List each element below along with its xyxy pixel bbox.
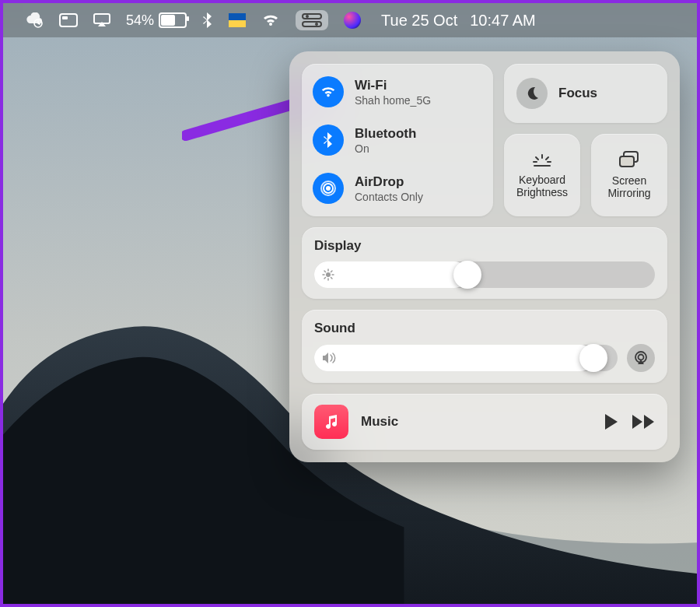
svg-rect-3 [62, 16, 68, 19]
moon-icon [516, 78, 548, 109]
weather-sync-icon[interactable] [25, 12, 44, 28]
screen-mirroring-label: Screen Mirroring [607, 174, 650, 199]
airdrop-label: AirDrop [355, 174, 423, 190]
control-center-panel: Wi-Fi Shah home_5G Bluetooth On [289, 51, 680, 462]
play-button[interactable] [604, 413, 619, 430]
volume-icon [322, 352, 338, 364]
bluetooth-icon [313, 125, 344, 156]
sound-output-button[interactable] [627, 344, 655, 372]
battery-icon [159, 12, 187, 28]
svg-rect-15 [620, 156, 634, 167]
wifi-icon [313, 76, 344, 107]
sound-tile: Sound [302, 310, 667, 383]
battery-status[interactable]: 54% [126, 12, 187, 29]
svg-rect-6 [229, 20, 246, 27]
now-playing-tile[interactable]: Music [302, 394, 667, 450]
svg-rect-5 [229, 13, 246, 20]
svg-point-18 [639, 355, 644, 360]
display-label: Display [314, 238, 655, 254]
menu-bar: 54% Tue 25 Oct 10:47 AM [3, 3, 697, 37]
svg-rect-2 [60, 14, 77, 26]
sound-volume-slider[interactable] [314, 345, 618, 371]
svg-point-16 [326, 272, 331, 277]
keyboard-brightness-label: Keyboard Brightness [516, 174, 568, 198]
keyboard-brightness-icon [530, 152, 554, 167]
airdrop-status: Contacts Only [355, 191, 423, 203]
music-label: Music [361, 414, 398, 430]
control-center-menu-icon[interactable] [296, 10, 328, 30]
sound-label: Sound [314, 321, 655, 336]
focus-toggle[interactable]: Focus [504, 64, 667, 123]
wifi-menu-icon[interactable] [261, 13, 280, 27]
menubar-date[interactable]: Tue 25 Oct [381, 12, 457, 30]
brightness-low-icon [322, 268, 334, 281]
wifi-label: Wi-Fi [355, 78, 431, 93]
display-tile: Display [302, 227, 667, 299]
app-window-icon[interactable] [59, 13, 78, 27]
siri-icon[interactable] [344, 12, 361, 29]
airdrop-toggle[interactable]: AirDrop Contacts Only [313, 173, 482, 204]
bluetooth-label: Bluetooth [355, 126, 416, 142]
airdrop-icon [313, 173, 344, 204]
menubar-time[interactable]: 10:47 AM [470, 12, 536, 30]
svg-point-8 [306, 15, 309, 18]
svg-rect-7 [303, 14, 321, 19]
svg-point-11 [326, 186, 331, 191]
focus-label: Focus [558, 86, 597, 101]
svg-point-10 [315, 23, 318, 26]
fast-forward-button[interactable] [632, 414, 655, 430]
bluetooth-status: On [355, 142, 416, 155]
flag-app-icon[interactable] [229, 13, 246, 27]
keyboard-brightness-button[interactable]: Keyboard Brightness [504, 134, 580, 216]
wifi-status: Shah home_5G [355, 94, 431, 107]
screen-mirroring-button[interactable]: Screen Mirroring [591, 134, 667, 216]
battery-percent-label: 54% [126, 12, 154, 29]
display-brightness-slider[interactable] [314, 261, 655, 288]
wifi-toggle[interactable]: Wi-Fi Shah home_5G [313, 76, 482, 107]
bluetooth-menu-icon[interactable] [202, 12, 213, 29]
music-app-icon [314, 405, 348, 439]
connectivity-tile: Wi-Fi Shah home_5G Bluetooth On [302, 64, 493, 216]
bluetooth-toggle[interactable]: Bluetooth On [313, 125, 482, 156]
airplay-menu-icon[interactable] [93, 13, 110, 27]
screen-mirroring-icon [618, 151, 640, 168]
svg-rect-9 [303, 22, 321, 26]
